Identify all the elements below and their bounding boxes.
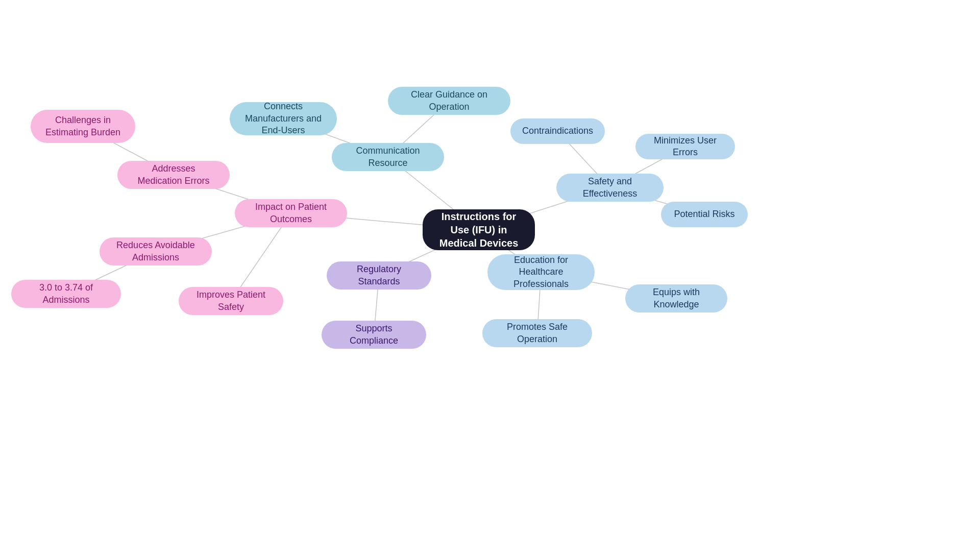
node-minimizes_err: Minimizes User Errors	[635, 134, 735, 159]
node-regulatory: Regulatory Standards	[327, 261, 431, 290]
mindmap-container: Instructions for Use (IFU) in Medical De…	[0, 0, 980, 553]
node-supports_comp: Supports Compliance	[322, 321, 426, 349]
center-node: Instructions for Use (IFU) in Medical De…	[423, 209, 535, 250]
node-admissions_val: 3.0 to 3.74 of Admissions	[11, 280, 121, 308]
node-connects_mfr: Connects Manufacturers and End-Users	[230, 102, 337, 135]
node-comm_resource: Communication Resource	[332, 143, 444, 171]
node-promotes_safe: Promotes Safe Operation	[482, 319, 592, 347]
node-contraind: Contraindications	[510, 118, 605, 144]
node-reduces_adm: Reduces Avoidable Admissions	[100, 237, 212, 266]
node-challenges: Challenges in Estimating Burden	[31, 110, 135, 143]
node-equips_know: Equips with Knowledge	[625, 284, 727, 312]
node-edu_healthcare: Education for Healthcare Professionals	[487, 254, 595, 290]
node-potential_risks: Potential Risks	[661, 202, 748, 227]
node-impact_patient: Impact on Patient Outcomes	[235, 199, 347, 227]
node-addresses_med: Addresses Medication Errors	[117, 161, 230, 189]
node-clear_guidance: Clear Guidance on Operation	[388, 87, 510, 115]
node-safety_effect: Safety and Effectiveness	[556, 174, 664, 202]
node-improves_safety: Improves Patient Safety	[179, 287, 283, 315]
